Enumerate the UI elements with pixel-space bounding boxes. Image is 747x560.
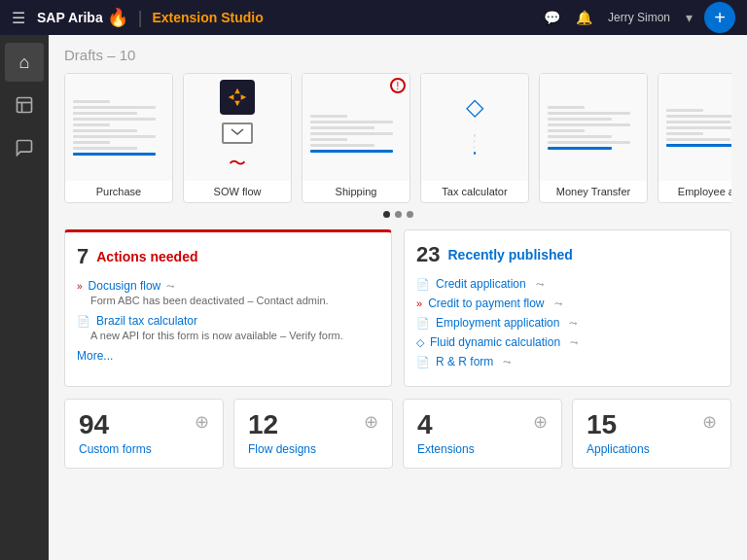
brazil-link-text: Brazil tax calculator xyxy=(96,314,197,328)
sidebar: ⌂ xyxy=(0,35,49,560)
employment-app-label: Employment application xyxy=(436,316,559,330)
share-icon-2: ⤳ xyxy=(536,279,544,290)
share-icon-4: ⤳ xyxy=(569,318,577,329)
recent-r-and-r[interactable]: 📄 R & R form ⤳ xyxy=(416,355,719,368)
stat-applications[interactable]: 15 ⊕ Applications xyxy=(572,399,731,469)
recent-title: 23 Recently published xyxy=(416,242,719,267)
extension-studio-title: Extension Studio xyxy=(152,10,263,25)
extensions-label[interactable]: Extensions xyxy=(417,442,548,456)
stats-row: 94 ⊕ Custom forms 12 ⊕ Flow designs 4 ⊕ … xyxy=(64,399,731,469)
purchase-preview xyxy=(65,74,172,181)
ariba-icon: 🔥 xyxy=(107,7,128,28)
employee-preview xyxy=(658,74,731,181)
custom-forms-number: 94 xyxy=(79,411,109,438)
user-name[interactable]: Jerry Simon xyxy=(608,11,670,24)
custom-forms-label[interactable]: Custom forms xyxy=(79,442,209,456)
stat-extensions[interactable]: 4 ⊕ Extensions xyxy=(403,399,562,469)
recent-credit-payment[interactable]: » Credit to payment flow ⤳ xyxy=(416,297,719,310)
draft-card-purchase[interactable]: Purchase xyxy=(64,73,173,203)
recent-employment-app[interactable]: 📄 Employment application ⤳ xyxy=(416,316,719,330)
actions-label: Actions needed xyxy=(96,249,197,264)
recently-panel: 23 Recently published 📄 Credit applicati… xyxy=(404,229,731,387)
fluid-dynamic-label: Fluid dynamic calculation xyxy=(430,335,560,349)
tax-preview: ◇ xyxy=(421,74,528,181)
sap-ariba-logo: SAP Ariba 🔥 xyxy=(37,7,128,28)
chevron-icon: » xyxy=(77,281,83,292)
extensions-add-icon[interactable]: ⊕ xyxy=(533,411,548,433)
drafts-count: 10 xyxy=(120,47,136,63)
sidebar-item-chat[interactable] xyxy=(5,128,44,167)
flow-designs-label[interactable]: Flow designs xyxy=(248,442,378,456)
fab-button[interactable]: + xyxy=(704,2,735,33)
action-docusign: » Docusign flow ⤳ Form ABC has been deac… xyxy=(77,279,379,306)
drafts-title: Drafts xyxy=(64,47,103,63)
share-icon-1: ⤳ xyxy=(166,281,174,292)
main-layout: ⌂ Drafts – 10 xyxy=(0,35,747,560)
hamburger-icon[interactable]: ☰ xyxy=(12,9,25,27)
recent-number: 23 xyxy=(416,242,440,267)
svg-rect-0 xyxy=(18,98,32,113)
draft-card-tax[interactable]: ◇ Tax calculator xyxy=(420,73,529,203)
shipping-label: Shipping xyxy=(332,181,381,202)
sidebar-item-docs[interactable] xyxy=(5,86,44,124)
drafts-header: Drafts – 10 xyxy=(64,47,731,63)
stat-flow-designs[interactable]: 12 ⊕ Flow designs xyxy=(233,399,393,469)
nav-divider: | xyxy=(138,8,143,28)
stat-custom-forms[interactable]: 94 ⊕ Custom forms xyxy=(64,399,224,469)
applications-number: 15 xyxy=(587,411,617,438)
shipping-preview: ! xyxy=(302,74,409,181)
actions-number: 7 xyxy=(77,244,89,269)
purchase-label: Purchase xyxy=(92,181,145,202)
applications-add-icon[interactable]: ⊕ xyxy=(702,411,717,433)
recent-fluid-dynamic[interactable]: ◇ Fluid dynamic calculation ⤳ xyxy=(416,335,719,349)
credit-payment-label: Credit to payment flow xyxy=(428,297,544,310)
chevron-icon-2: » xyxy=(416,298,422,309)
actions-panel: 7 Actions needed » Docusign flow ⤳ Form … xyxy=(64,229,392,387)
drafts-separator: – xyxy=(107,47,120,63)
draft-card-employee[interactable]: Employee app xyxy=(658,73,731,203)
sidebar-item-home[interactable]: ⌂ xyxy=(5,43,44,82)
doc-icon-4: 📄 xyxy=(416,356,430,368)
custom-forms-add-icon[interactable]: ⊕ xyxy=(195,411,209,433)
share-icon-6: ⤳ xyxy=(503,357,511,368)
share-icon-3: ⤳ xyxy=(554,298,562,309)
draft-card-shipping[interactable]: ! Shipping xyxy=(302,73,410,203)
diamond-icon: ◇ xyxy=(416,336,424,349)
carousel-dot-1[interactable] xyxy=(383,211,390,218)
flow-designs-number: 12 xyxy=(248,411,278,438)
extensions-number: 4 xyxy=(417,411,433,438)
tax-label: Tax calculator xyxy=(438,181,511,202)
doc-icon-1: 📄 xyxy=(77,315,90,328)
carousel-dot-3[interactable] xyxy=(407,211,413,218)
top-nav: ☰ SAP Ariba 🔥 | Extension Studio 💬 🔔 Jer… xyxy=(0,0,747,35)
brazil-desc: A new API for this form is now available… xyxy=(77,330,379,341)
sap-text: SAP Ariba xyxy=(37,10,103,25)
carousel-dot-2[interactable] xyxy=(395,211,402,218)
chat-nav-icon[interactable]: 💬 xyxy=(544,10,560,25)
credit-app-label: Credit application xyxy=(436,277,526,291)
more-link[interactable]: More... xyxy=(77,349,379,363)
bottom-panels: 7 Actions needed » Docusign flow ⤳ Form … xyxy=(64,229,731,387)
carousel-dots xyxy=(64,211,731,218)
money-preview xyxy=(540,74,647,181)
sow-preview: 〜 xyxy=(184,74,291,181)
share-icon-5: ⤳ xyxy=(570,337,578,348)
user-chevron-icon: ▾ xyxy=(686,10,693,25)
sow-label: SOW flow xyxy=(210,181,266,202)
doc-icon-2: 📄 xyxy=(416,278,430,291)
docusign-link[interactable]: » Docusign flow ⤳ xyxy=(77,279,379,293)
doc-icon-3: 📄 xyxy=(416,317,430,330)
bell-icon[interactable]: 🔔 xyxy=(576,10,592,25)
docusign-desc: Form ABC has been deactivated – Contact … xyxy=(77,295,379,306)
brazil-link[interactable]: 📄 Brazil tax calculator xyxy=(77,314,379,328)
content-area: Drafts – 10 xyxy=(49,35,747,560)
drafts-carousel: Purchase xyxy=(64,73,731,203)
flow-designs-add-icon[interactable]: ⊕ xyxy=(364,411,378,433)
recent-label: Recently published xyxy=(447,247,572,262)
applications-label[interactable]: Applications xyxy=(587,442,717,456)
draft-card-sow-flow[interactable]: 〜 SOW flow xyxy=(183,73,292,203)
nav-icons: 💬 🔔 Jerry Simon ▾ xyxy=(544,10,693,25)
recent-credit-app[interactable]: 📄 Credit application ⤳ xyxy=(416,277,719,291)
draft-card-money[interactable]: Money Transfer xyxy=(539,73,648,203)
money-label: Money Transfer xyxy=(552,181,634,202)
